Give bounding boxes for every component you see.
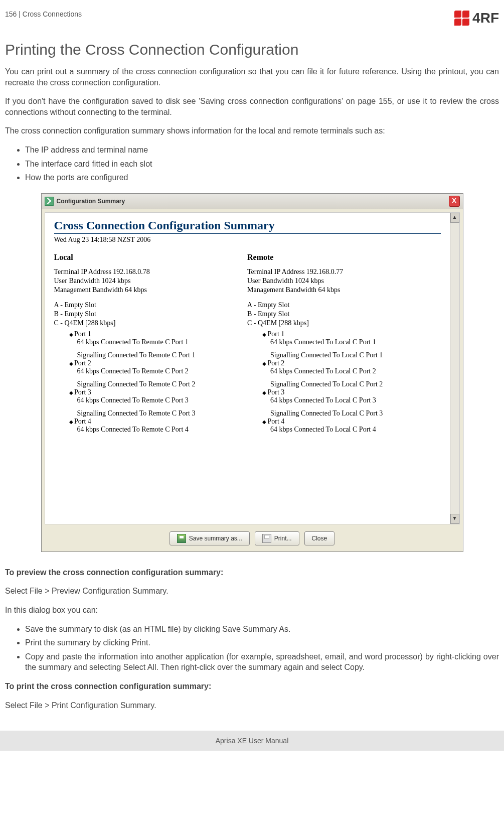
list-item: Save the summary to disk (as an HTML fil… xyxy=(25,624,499,635)
list-item: Copy and paste the information into anot… xyxy=(25,651,499,673)
local-port-conn: 64 kbps Connected To Remote C Port 1 xyxy=(77,338,248,346)
close-button[interactable]: Close xyxy=(304,531,335,545)
local-port-conn: 64 kbps Connected To Remote C Port 4 xyxy=(77,426,248,434)
save-summary-button[interactable]: Save summary as... xyxy=(170,531,250,545)
app-icon xyxy=(45,197,54,206)
remote-port-conn: 64 kbps Connected To Local C Port 4 xyxy=(270,426,441,434)
local-label: Local xyxy=(54,253,248,262)
remote-userbw: User Bandwidth 1024 kbps xyxy=(247,277,441,285)
footer-text: Aprisa XE User Manual xyxy=(0,731,504,751)
local-port-conn: 64 kbps Connected To Remote C Port 2 xyxy=(77,367,248,375)
close-button-label: Close xyxy=(312,535,327,542)
save-icon xyxy=(177,534,186,543)
local-column: Local Terminal IP Address 192.168.0.78 U… xyxy=(54,253,248,434)
local-slot-c: C - Q4EM [288 kbps] xyxy=(54,319,248,327)
remote-mgmtbw: Management Bandwidth 64 kbps xyxy=(247,286,441,294)
dialog-content: Cross Connection Configuration Summary W… xyxy=(45,213,450,524)
dialog-title: Configuration Summary xyxy=(57,198,125,205)
remote-port-name: Port 4 xyxy=(262,418,441,426)
brand-text: 4RF xyxy=(472,10,499,26)
print-button[interactable]: Print... xyxy=(255,531,299,545)
local-userbw: User Bandwidth 1024 kbps xyxy=(54,277,248,285)
dialog-titlebar: Configuration Summary X xyxy=(42,194,463,209)
brand-logo: 4RF xyxy=(454,10,499,26)
intro-para-2: If you don't have the configuration save… xyxy=(5,96,499,117)
remote-slot-b: B - Empty Slot xyxy=(247,310,441,318)
remote-slot-c: C - Q4EM [288 kbps] xyxy=(247,319,441,327)
logo-icon xyxy=(454,11,469,26)
list-item: Print the summary by clicking Print. xyxy=(25,637,499,648)
remote-label: Remote xyxy=(247,253,441,262)
vertical-scrollbar[interactable]: ▲ ▼ xyxy=(450,213,459,524)
local-port-conn: 64 kbps Connected To Remote C Port 3 xyxy=(77,396,248,404)
scroll-down-icon[interactable]: ▼ xyxy=(450,514,459,524)
inthis-text: In this dialog box you can: xyxy=(5,605,499,616)
save-button-label: Save summary as... xyxy=(189,535,242,542)
summary-info-list: The IP address and terminal name The int… xyxy=(5,145,499,183)
intro-para-3: The cross connection configuration summa… xyxy=(5,125,499,136)
intro-para-1: You can print out a summary of the cross… xyxy=(5,66,499,88)
print-heading: To print the cross connection configurat… xyxy=(5,681,499,692)
local-slot-a: A - Empty Slot xyxy=(54,301,248,309)
local-port-sig: Signalling Connected To Remote C Port 1 xyxy=(77,351,248,359)
preview-step: Select File > Preview Configuration Summ… xyxy=(5,586,499,597)
remote-port-sig: Signalling Connected To Local C Port 2 xyxy=(270,380,441,388)
close-icon[interactable]: X xyxy=(449,196,460,207)
remote-column: Remote Terminal IP Address 192.168.0.77 … xyxy=(247,253,441,434)
summary-timestamp: Wed Aug 23 14:18:58 NZST 2006 xyxy=(54,236,441,244)
print-icon xyxy=(262,534,271,543)
remote-port-name: Port 2 xyxy=(262,359,441,367)
remote-port-sig: Signalling Connected To Local C Port 3 xyxy=(270,409,441,418)
remote-slot-a: A - Empty Slot xyxy=(247,301,441,309)
page-header-ref: 156 | Cross Connections xyxy=(5,10,82,18)
local-port-sig: Signalling Connected To Remote C Port 2 xyxy=(77,380,248,388)
local-port-name: Port 3 xyxy=(69,388,248,396)
dialog-actions-list: Save the summary to disk (as an HTML fil… xyxy=(5,624,499,673)
local-slot-b: B - Empty Slot xyxy=(54,310,248,318)
remote-port-conn: 64 kbps Connected To Local C Port 1 xyxy=(270,338,441,346)
local-port-name: Port 2 xyxy=(69,359,248,367)
list-item: The IP address and terminal name xyxy=(25,145,499,156)
remote-port-conn: 64 kbps Connected To Local C Port 3 xyxy=(270,396,441,404)
local-ip: Terminal IP Address 192.168.0.78 xyxy=(54,268,248,276)
list-item: The interface card fitted in each slot xyxy=(25,159,499,170)
remote-port-name: Port 1 xyxy=(262,330,441,338)
remote-ip: Terminal IP Address 192.168.0.77 xyxy=(247,268,441,276)
print-button-label: Print... xyxy=(274,535,292,542)
remote-port-conn: 64 kbps Connected To Local C Port 2 xyxy=(270,367,441,375)
summary-heading: Cross Connection Configuration Summary xyxy=(54,219,441,234)
page-title: Printing the Cross Connection Configurat… xyxy=(5,41,499,58)
local-mgmtbw: Management Bandwidth 64 kbps xyxy=(54,286,248,294)
local-port-sig: Signalling Connected To Remote C Port 3 xyxy=(77,409,248,418)
remote-port-sig: Signalling Connected To Local C Port 1 xyxy=(270,351,441,359)
scroll-up-icon[interactable]: ▲ xyxy=(450,213,459,223)
remote-port-name: Port 3 xyxy=(262,388,441,396)
local-port-name: Port 4 xyxy=(69,418,248,426)
list-item: How the ports are configured xyxy=(25,172,499,183)
print-step: Select File > Print Configuration Summar… xyxy=(5,700,499,711)
configuration-summary-dialog: Configuration Summary X Cross Connection… xyxy=(41,193,463,552)
preview-heading: To preview the cross connection configur… xyxy=(5,567,499,578)
local-port-name: Port 1 xyxy=(69,330,248,338)
